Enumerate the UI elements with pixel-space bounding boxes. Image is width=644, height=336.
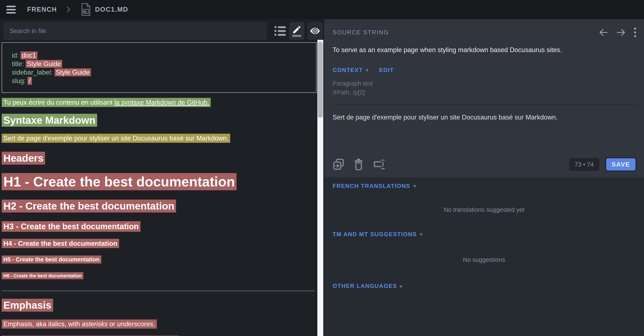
context-type: Paragraph text (332, 79, 636, 88)
translatable-string[interactable]: Headers (2, 152, 45, 164)
french-translations-section: FRENCH TRANSLATIONS ▾ (332, 183, 636, 189)
h4-heading: H4 - Create the best documentation (2, 240, 317, 247)
frontmatter-value[interactable]: / (28, 77, 32, 85)
svg-text:M↓: M↓ (84, 10, 88, 13)
tm-empty-state: No suggestions (332, 256, 636, 263)
save-button[interactable]: SAVE (605, 157, 636, 172)
translation-panel: SOURCE STRING To serve as an example pag… (324, 19, 644, 336)
frontmatter-line: slug: / (12, 77, 312, 85)
source-string-text: To serve as an example page when styling… (332, 46, 636, 54)
frontmatter-value[interactable]: Style Guide (54, 68, 91, 76)
breadcrumb-project[interactable]: FRENCH (27, 6, 57, 13)
document-preview: id: doc1 title: Style Guide sidebar_labe… (0, 40, 317, 336)
frontmatter-value[interactable]: Style Guide (26, 60, 62, 68)
markdown-file-icon: M↓ (80, 3, 91, 16)
translation-toolbar: 73 • 74 SAVE (332, 149, 636, 172)
translatable-string[interactable]: Syntaxe Markdown (2, 114, 97, 127)
french-translations-toggle[interactable]: FRENCH TRANSLATIONS (332, 183, 410, 189)
context-toggle[interactable]: CONTEXT (332, 67, 363, 74)
translatable-string[interactable]: H6 - Create the best documentation (2, 272, 83, 279)
frontmatter-line: id: doc1 (12, 51, 312, 60)
arrow-left-icon[interactable] (598, 28, 608, 37)
h1-heading: H1 - Create the best documentation (2, 174, 317, 190)
context-metadata: Paragraph text XPath: /p[2] (332, 79, 636, 97)
kebab-menu-icon[interactable] (634, 27, 636, 38)
select-text-icon[interactable] (373, 158, 386, 170)
italics-paragraph: Emphasis, aka italics, with asterisks or… (2, 320, 317, 328)
translatable-string[interactable]: H5 - Create the best documentation (2, 255, 101, 264)
h6-heading: H6 - Create the best documentation (2, 273, 317, 279)
caret-right-icon: ▸ (400, 283, 403, 289)
topbar: FRENCH M↓ DOC1.MD (0, 0, 644, 19)
frontmatter-block[interactable]: id: doc1 title: Style Guide sidebar_labe… (2, 42, 316, 93)
hamburger-menu-icon[interactable] (6, 6, 16, 14)
suggestions-panel: FRENCH TRANSLATIONS ▾ No translations su… (324, 177, 644, 289)
headers-heading: Headers (2, 152, 317, 164)
edit-mode-toggle[interactable] (289, 22, 304, 40)
other-languages-section: OTHER LANGUAGES ▸ (332, 283, 636, 289)
translatable-string[interactable]: Tu peux écrire du contenu en utilisant l… (2, 98, 211, 107)
emphasis-heading: Emphasis (2, 299, 317, 311)
translatable-string[interactable]: Emphasis, aka italics, with asterisks or… (2, 319, 157, 328)
translation-editor[interactable]: Sert de page d'exemple pour styliser un … (332, 104, 636, 149)
translatable-string[interactable]: H4 - Create the best documentation (2, 239, 119, 248)
translations-empty-state: No translations suggested yet (332, 206, 636, 213)
translatable-string[interactable]: H2 - Create the best documentation (2, 200, 176, 213)
selected-paragraph: Sert de page d'exemple pour styliser un … (2, 134, 317, 142)
context-row: CONTEXT ▾ EDIT (332, 67, 636, 74)
translation-input-text[interactable]: Sert de page d'exemple pour styliser un … (332, 114, 636, 121)
file-preview-panel: id: doc1 title: Style Guide sidebar_labe… (0, 19, 324, 336)
frontmatter-line: sidebar_label: Style Guide (12, 68, 312, 77)
search-row (0, 19, 324, 40)
markdown-syntax-link[interactable]: la syntaxe Markdown de GitHub. (114, 99, 209, 106)
source-string-card: SOURCE STRING To serve as an example pag… (324, 19, 644, 177)
breadcrumb-file[interactable]: DOC1.MD (95, 6, 128, 13)
selected-translatable-string[interactable]: Sert de page d'exemple pour styliser un … (2, 134, 230, 143)
other-languages-toggle[interactable]: OTHER LANGUAGES (332, 283, 397, 289)
arrow-right-icon[interactable] (616, 28, 626, 37)
horizontal-rule (2, 290, 315, 291)
edit-context-link[interactable]: EDIT (379, 67, 394, 74)
syntax-heading: Syntaxe Markdown (2, 114, 317, 126)
copy-source-icon[interactable] (332, 158, 344, 171)
frontmatter-line: title: Style Guide (12, 60, 312, 68)
eye-icon (309, 26, 321, 36)
h5-heading: H5 - Create the best documentation (2, 256, 317, 263)
document-scrollbar-track[interactable] (317, 40, 323, 336)
pencil-icon (292, 25, 302, 35)
source-card-header: SOURCE STRING (332, 19, 636, 38)
translation-editor-app: FRENCH M↓ DOC1.MD (0, 0, 644, 336)
caret-down-icon: ▾ (420, 231, 423, 238)
context-xpath: XPath: /p[2] (332, 88, 636, 97)
trash-icon[interactable] (354, 158, 364, 171)
h3-heading: H3 - Create the best documentation (2, 222, 317, 231)
tm-mt-section: TM AND MT SUGGESTIONS ▾ (332, 231, 636, 238)
search-input[interactable] (4, 22, 267, 40)
translatable-string[interactable]: H1 - Create the best documentation (2, 173, 236, 190)
preview-toggle[interactable] (308, 22, 323, 40)
caret-down-icon: ▾ (366, 67, 369, 74)
h2-heading: H2 - Create the best documentation (2, 200, 317, 212)
intro-paragraph: Tu peux écrire du contenu en utilisant l… (2, 99, 317, 106)
frontmatter-value[interactable]: doc1 (20, 52, 37, 59)
tm-mt-toggle[interactable]: TM AND MT SUGGESTIONS (332, 231, 417, 238)
translatable-string[interactable]: Emphasis (2, 299, 53, 312)
document-scrollbar-thumb[interactable] (318, 42, 323, 118)
character-count-badge: 73 • 74 (569, 158, 599, 171)
chevron-right-icon (66, 6, 71, 13)
caret-down-icon: ▾ (413, 183, 416, 189)
translatable-string[interactable]: H3 - Create the best documentation (2, 221, 140, 232)
list-icon[interactable] (274, 25, 286, 37)
source-string-title: SOURCE STRING (332, 29, 389, 36)
